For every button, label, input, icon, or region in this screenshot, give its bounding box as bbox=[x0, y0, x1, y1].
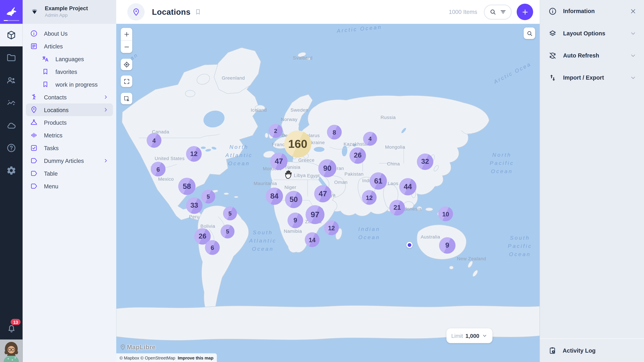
sidebar-item-locations[interactable]: Locations bbox=[26, 103, 113, 116]
country-label: Oman bbox=[334, 180, 348, 185]
map-attribution: © Mapbox © OpenStreetMapImprove this map bbox=[116, 354, 217, 362]
improve-map-link[interactable]: Improve this map bbox=[178, 355, 214, 360]
map-cluster[interactable]: 61 bbox=[370, 172, 387, 190]
bookmark-icon[interactable] bbox=[194, 8, 202, 15]
user-avatar[interactable] bbox=[0, 339, 23, 362]
map-cluster[interactable]: 33 bbox=[186, 197, 202, 214]
module-file-library[interactable] bbox=[0, 46, 23, 69]
map-point-marker[interactable] bbox=[406, 242, 412, 248]
map-canvas[interactable]: Arctic OceanArctic OceaanNorth Atlantic … bbox=[116, 24, 540, 362]
sidebar-item-favorites[interactable]: favorites bbox=[26, 65, 113, 78]
sidebar-item-tasks[interactable]: Tasks bbox=[26, 142, 113, 154]
zoom-out-button[interactable] bbox=[121, 40, 132, 53]
sidebar-item-label: Contacts bbox=[44, 94, 66, 100]
sidebar-item-articles[interactable]: Articles bbox=[26, 40, 113, 53]
minus-icon bbox=[123, 43, 130, 50]
zoom-in-button[interactable] bbox=[121, 28, 132, 40]
module-content[interactable] bbox=[0, 24, 23, 46]
search-filter-button[interactable] bbox=[484, 4, 512, 19]
sidebar-item-contacts[interactable]: Contacts bbox=[26, 91, 113, 103]
main-content: Locations 1000 Items bbox=[116, 0, 540, 362]
sidebar-item-label: Products bbox=[44, 119, 66, 126]
country-label: United States bbox=[155, 156, 185, 161]
map-search-button[interactable] bbox=[524, 27, 535, 39]
sidebar-section-information[interactable]: Information bbox=[540, 0, 644, 22]
notification-badge: 13 bbox=[11, 319, 20, 325]
sidebar-section-auto-refresh[interactable]: Auto Refresh bbox=[540, 44, 644, 66]
sidebar-item-menu[interactable]: Menu bbox=[26, 180, 113, 193]
logo-progress-bar bbox=[4, 20, 19, 21]
sidebar-item-about-us[interactable]: About Us bbox=[26, 27, 113, 40]
pin-icon bbox=[132, 7, 140, 16]
plus-icon bbox=[123, 30, 130, 37]
module-settings[interactable] bbox=[0, 159, 23, 182]
module-user-directory[interactable] bbox=[0, 69, 23, 91]
map-cluster[interactable]: 4 bbox=[146, 133, 161, 148]
country-label: Niger bbox=[284, 185, 296, 190]
map-cluster[interactable]: 5 bbox=[220, 225, 234, 239]
project-name: Example Project bbox=[45, 5, 88, 12]
box-select-icon bbox=[123, 95, 130, 102]
map-cluster[interactable]: 14 bbox=[305, 232, 320, 247]
map-cluster[interactable]: 160 bbox=[284, 131, 312, 158]
app-logo[interactable] bbox=[0, 0, 23, 24]
sidebar-item-dummy-articles[interactable]: Dummy Articles bbox=[26, 154, 113, 167]
map-cluster[interactable]: 9 bbox=[288, 213, 303, 228]
fullscreen-button[interactable] bbox=[121, 76, 132, 87]
sidebar-item-work-in-progress[interactable]: work in progress bbox=[26, 78, 113, 91]
add-item-button[interactable] bbox=[517, 4, 533, 20]
map-cluster[interactable]: 10 bbox=[438, 206, 453, 221]
map-cluster[interactable]: 90 bbox=[318, 159, 336, 177]
maplibre-logo[interactable]: MapLibre bbox=[120, 344, 156, 351]
notifications-button[interactable]: 13 bbox=[0, 318, 23, 339]
map-cluster[interactable]: 97 bbox=[306, 205, 324, 224]
close-icon[interactable] bbox=[630, 7, 636, 14]
sidebar-section-import-export[interactable]: Import / Export bbox=[540, 66, 644, 89]
map-cluster[interactable]: 21 bbox=[390, 200, 405, 216]
map-cluster[interactable]: 50 bbox=[285, 191, 302, 208]
sidebar-item-products[interactable]: Products bbox=[26, 116, 113, 129]
country-label: Greece bbox=[298, 158, 314, 162]
map-cluster[interactable]: 12 bbox=[186, 146, 202, 162]
country-label: Sweden bbox=[290, 108, 308, 112]
country-label: Mexico bbox=[158, 176, 174, 181]
map-cluster[interactable]: 2 bbox=[269, 124, 282, 138]
map-cluster[interactable]: 84 bbox=[266, 188, 283, 205]
map-cluster[interactable]: 47 bbox=[270, 153, 288, 170]
map-cluster[interactable]: 4 bbox=[363, 132, 377, 146]
map-cluster[interactable]: 6 bbox=[151, 162, 166, 176]
map-cluster[interactable]: 12 bbox=[362, 190, 377, 205]
map-cluster[interactable]: 47 bbox=[314, 185, 332, 202]
module-cloud[interactable] bbox=[0, 114, 23, 137]
collection-icon-chip[interactable] bbox=[127, 3, 144, 21]
nav-sidebar: Example Project Admin App About Us Artic… bbox=[23, 0, 116, 362]
activity-log-button[interactable]: Activity Log bbox=[540, 338, 644, 362]
map-cluster[interactable]: 44 bbox=[399, 178, 416, 195]
project-switcher[interactable]: Example Project Admin App bbox=[23, 0, 116, 24]
sidebar-section-layout-options[interactable]: Layout Options bbox=[540, 22, 644, 44]
map-cluster[interactable]: 58 bbox=[178, 178, 196, 195]
box-select-button[interactable] bbox=[121, 93, 132, 104]
search-icon bbox=[526, 30, 533, 37]
map-cluster[interactable]: 5 bbox=[223, 206, 237, 220]
map-cluster[interactable]: 6 bbox=[205, 240, 220, 255]
sidebar-item-label: Tasks bbox=[44, 145, 59, 151]
sidebar-item-languages[interactable]: Languages bbox=[26, 52, 113, 65]
sidebar-item-metrics[interactable]: Metrics bbox=[26, 129, 113, 142]
limit-dropdown[interactable]: Limit 1,000 bbox=[446, 328, 492, 343]
module-insights[interactable] bbox=[0, 91, 23, 114]
geolocate-button[interactable] bbox=[121, 59, 132, 70]
map-cluster[interactable]: 5 bbox=[201, 190, 215, 203]
map-cluster[interactable]: 32 bbox=[417, 153, 433, 170]
map-cluster[interactable]: 8 bbox=[327, 125, 342, 139]
map-cluster[interactable]: 12 bbox=[324, 220, 339, 235]
country-label: Mauritania bbox=[254, 181, 277, 186]
ocean-label: South Pacific Ocean bbox=[508, 234, 532, 259]
sidebar-item-table[interactable]: Table bbox=[26, 167, 113, 180]
sidebar-item-label: Dummy Articles bbox=[44, 157, 84, 164]
country-label: Norway bbox=[281, 117, 298, 122]
map-cluster[interactable]: 9 bbox=[439, 237, 456, 254]
map-cluster[interactable]: 26 bbox=[350, 147, 366, 164]
module-documentation[interactable] bbox=[0, 137, 23, 159]
app-window: 13 Example Project Admin App About Us Ar… bbox=[0, 0, 644, 362]
